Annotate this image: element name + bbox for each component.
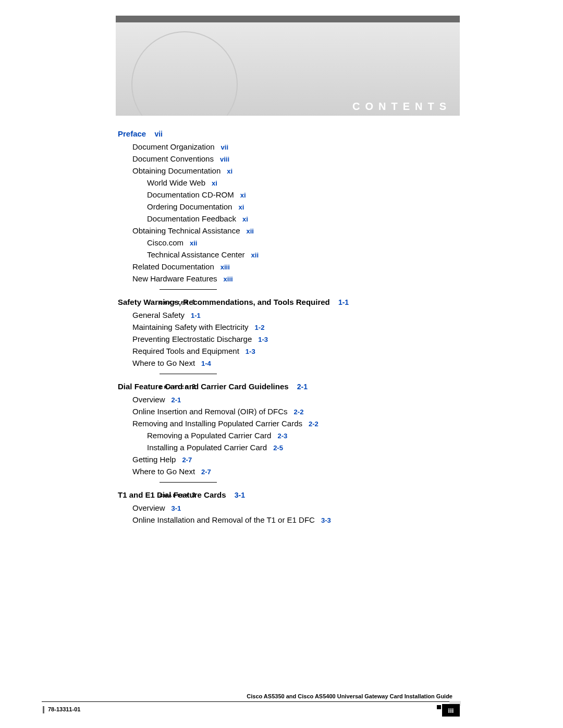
toc-entry-page: xiii bbox=[221, 263, 230, 271]
toc-entry-title: Where to Go Next bbox=[132, 359, 195, 367]
preface-section: Preface vii Document OrganizationviiDocu… bbox=[118, 129, 451, 283]
toc-entry: Online Insertion and Removal (OIR) of DF… bbox=[118, 407, 451, 416]
chapter-2-title: Dial Feature Card and Carrier Card Guide… bbox=[118, 382, 289, 391]
toc-entry-page: 1-2 bbox=[255, 324, 265, 331]
chapter-3-items: Overview3-1Online Installation and Remov… bbox=[118, 503, 451, 524]
toc-entry-title: New Hardware Features bbox=[132, 274, 217, 283]
toc-entry-title: Installing a Populated Carrier Card bbox=[147, 443, 267, 452]
toc-entry-title: Online Insertion and Removal (OIR) of DF… bbox=[132, 407, 288, 416]
toc-entry-title: Obtaining Documentation bbox=[132, 166, 221, 175]
toc-entry-title: Removing a Populated Carrier Card bbox=[147, 431, 271, 440]
chapter-1-section: CHAPTER 1 Safety Warnings, Recommendatio… bbox=[118, 298, 451, 367]
chapter-1-title: Safety Warnings, Recommendations, and To… bbox=[118, 298, 330, 306]
toc-content: Preface vii Document OrganizationviiDocu… bbox=[118, 129, 451, 539]
toc-entry-title: Where to Go Next bbox=[132, 467, 195, 476]
preface-title: Preface bbox=[118, 129, 146, 138]
chapter-3-label-text: CHAPTER bbox=[160, 493, 190, 498]
toc-entry-title: Maintaining Safety with Electricity bbox=[132, 323, 249, 331]
chapter-2-section: CHAPTER 2 Dial Feature Card and Carrier … bbox=[118, 382, 451, 476]
toc-entry: Cisco.comxii bbox=[118, 238, 451, 247]
toc-entry: Maintaining Safety with Electricity1-2 bbox=[118, 323, 451, 331]
chapter-1-rule bbox=[160, 289, 217, 290]
toc-entry: Documentation Feedbackxi bbox=[118, 214, 451, 223]
toc-entry-page: 2-2 bbox=[309, 420, 319, 428]
toc-entry: Where to Go Next1-4 bbox=[118, 359, 451, 367]
footer-square-icon bbox=[437, 705, 441, 709]
toc-entry-page: xiii bbox=[224, 275, 233, 283]
footer-doc-number: 78-13311-01 bbox=[48, 706, 80, 712]
toc-entry-page: 2-5 bbox=[273, 444, 283, 452]
toc-entry: Online Installation and Removal of the T… bbox=[118, 515, 451, 524]
toc-entry-page: 1-3 bbox=[246, 348, 255, 355]
toc-entry-page: xi bbox=[242, 215, 248, 223]
toc-entry: Required Tools and Equipment1-3 bbox=[118, 347, 451, 355]
chapter-1-label: CHAPTER 1 bbox=[160, 299, 197, 306]
toc-entry: Removing and Installing Populated Carrie… bbox=[118, 419, 451, 428]
toc-entry: General Safety1-1 bbox=[118, 311, 451, 319]
toc-entry: Related Documentationxiii bbox=[118, 262, 451, 271]
toc-entry-page: xi bbox=[227, 167, 232, 175]
toc-entry-title: General Safety bbox=[132, 311, 185, 319]
toc-entry-title: Overview bbox=[132, 395, 165, 404]
footer-doc-title: Cisco AS5350 and Cisco AS5400 Universal … bbox=[247, 693, 452, 699]
chapter-2-rule bbox=[160, 374, 217, 374]
toc-entry-title: World Wide Web bbox=[147, 178, 205, 187]
chapter-3-section: CHAPTER 3 T1 and E1 Dial Feature Cards 3… bbox=[118, 490, 451, 524]
preface-page: vii bbox=[154, 130, 163, 138]
toc-entry-title: Document Conventions bbox=[132, 154, 214, 163]
footer-docnum-bar bbox=[43, 706, 44, 713]
toc-entry-page: viii bbox=[220, 155, 229, 163]
chapter-1-label-text: CHAPTER bbox=[160, 300, 190, 305]
banner-contents-label: CONTENTS bbox=[352, 101, 451, 113]
toc-entry-page: 3-1 bbox=[172, 504, 181, 512]
footer-page-number: iii bbox=[442, 704, 460, 717]
toc-entry-page: xii bbox=[247, 227, 254, 235]
toc-entry-title: Online Installation and Removal of the T… bbox=[132, 515, 315, 524]
toc-entry: New Hardware Featuresxiii bbox=[118, 274, 451, 283]
toc-entry-page: xi bbox=[212, 179, 217, 187]
preface-items: Document OrganizationviiDocument Convent… bbox=[118, 142, 451, 283]
toc-entry-page: 2-7 bbox=[201, 468, 211, 476]
chapter-2-label-text: CHAPTER bbox=[160, 385, 190, 390]
page-footer: Cisco AS5350 and Cisco AS5400 Universal … bbox=[0, 686, 563, 728]
toc-entry-page: vii bbox=[221, 143, 228, 151]
chapter-1-items: General Safety1-1Maintaining Safety with… bbox=[118, 311, 451, 367]
toc-entry-title: Cisco.com bbox=[147, 238, 183, 247]
toc-entry-title: Removing and Installing Populated Carrie… bbox=[132, 419, 302, 428]
toc-entry: Ordering Documentationxi bbox=[118, 202, 451, 211]
preface-heading: Preface vii bbox=[118, 129, 451, 138]
toc-entry-page: 1-1 bbox=[191, 312, 201, 319]
chapter-2-items: Overview2-1Online Insertion and Removal … bbox=[118, 395, 451, 476]
chapter-2-num: 2 bbox=[192, 383, 197, 390]
toc-entry: Technical Assistance Centerxii bbox=[118, 250, 451, 259]
toc-entry: Obtaining Technical Assistancexii bbox=[118, 226, 451, 235]
chapter-1-page: 1-1 bbox=[338, 298, 349, 306]
chapter-2-page: 2-1 bbox=[297, 382, 308, 391]
toc-entry-title: Preventing Electrostatic Discharge bbox=[132, 335, 252, 343]
toc-entry: Preventing Electrostatic Discharge1-3 bbox=[118, 335, 451, 343]
toc-entry-page: xii bbox=[251, 251, 259, 259]
toc-entry: Obtaining Documentationxi bbox=[118, 166, 451, 175]
toc-entry-page: 2-2 bbox=[294, 408, 304, 416]
toc-entry-title: Related Documentation bbox=[132, 262, 214, 271]
chapter-2-label: CHAPTER 2 bbox=[160, 383, 197, 390]
toc-entry-title: Obtaining Technical Assistance bbox=[132, 226, 240, 235]
chapter-3-num: 3 bbox=[192, 491, 197, 499]
chapter-3-rule bbox=[160, 482, 217, 483]
toc-entry: Getting Help2-7 bbox=[118, 455, 451, 464]
toc-entry-title: Required Tools and Equipment bbox=[132, 347, 239, 355]
toc-entry: Document Organizationvii bbox=[118, 142, 451, 151]
toc-entry-title: Technical Assistance Center bbox=[147, 250, 245, 259]
toc-entry-page: xi bbox=[240, 191, 246, 199]
toc-entry-page: 1-4 bbox=[201, 360, 211, 367]
header-banner: CONTENTS bbox=[116, 16, 460, 116]
toc-entry-page: 2-3 bbox=[277, 432, 287, 440]
toc-entry: Documentation CD-ROMxi bbox=[118, 190, 451, 199]
toc-entry-page: 2-1 bbox=[172, 396, 181, 404]
toc-entry-page: 2-7 bbox=[182, 456, 192, 464]
toc-entry-title: Overview bbox=[132, 503, 165, 512]
toc-entry-title: Documentation CD-ROM bbox=[147, 190, 234, 199]
toc-entry-page: 1-3 bbox=[258, 336, 268, 343]
toc-entry-title: Ordering Documentation bbox=[147, 202, 232, 211]
toc-entry-title: Getting Help bbox=[132, 455, 176, 464]
